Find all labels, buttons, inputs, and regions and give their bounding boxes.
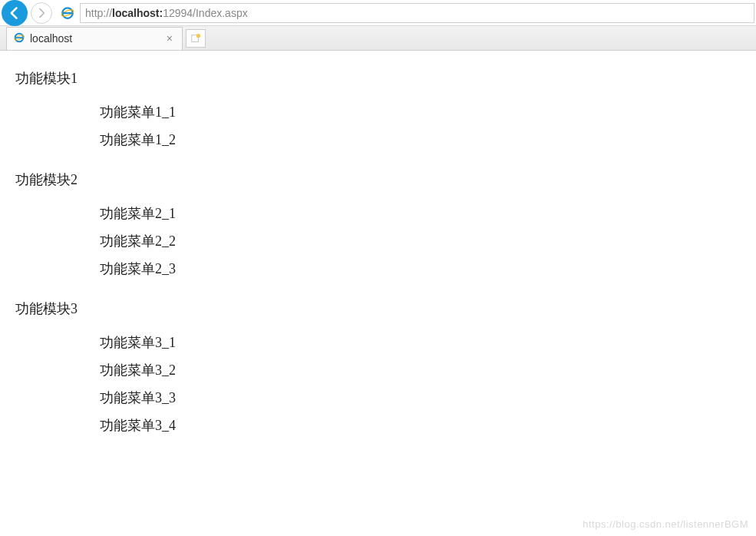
watermark: https://blog.csdn.net/listennerBGM — [583, 518, 748, 530]
arrow-right-icon — [35, 7, 48, 19]
module: 功能模块2功能菜单2_1功能菜单2_2功能菜单2_3 — [15, 170, 741, 278]
browser-nav-bar: http://localhost:12994/Index.aspx — [0, 0, 756, 26]
new-tab-icon — [190, 33, 201, 44]
svg-rect-2 — [62, 12, 73, 13]
menu-list: 功能菜单1_1功能菜单1_2 — [100, 103, 741, 149]
forward-button[interactable] — [31, 2, 52, 24]
module: 功能模块1功能菜单1_1功能菜单1_2 — [15, 69, 741, 149]
module-title: 功能模块2 — [15, 170, 741, 189]
menu-item[interactable]: 功能菜单3_2 — [100, 361, 741, 379]
module-title: 功能模块1 — [15, 69, 741, 88]
menu-list: 功能菜单2_1功能菜单2_2功能菜单2_3 — [100, 204, 741, 278]
menu-item[interactable]: 功能菜单3_1 — [100, 333, 741, 352]
menu-item[interactable]: 功能菜单2_2 — [100, 232, 741, 250]
tab-strip: localhost × — [0, 26, 756, 51]
ie-icon — [13, 31, 25, 46]
menu-item[interactable]: 功能菜单3_3 — [100, 389, 741, 407]
browser-tab[interactable]: localhost × — [6, 27, 183, 50]
url-host: localhost: — [112, 7, 163, 19]
tab-title: localhost — [30, 32, 72, 45]
page-content: 功能模块1功能菜单1_1功能菜单1_2功能模块2功能菜单2_1功能菜单2_2功能… — [0, 51, 756, 475]
address-bar[interactable]: http://localhost:12994/Index.aspx — [80, 3, 754, 23]
back-button[interactable] — [2, 0, 28, 26]
menu-item[interactable]: 功能菜单2_1 — [100, 204, 741, 223]
ie-icon — [60, 5, 75, 21]
menu-item[interactable]: 功能菜单1_2 — [100, 131, 741, 149]
menu-item[interactable]: 功能菜单1_1 — [100, 103, 741, 121]
menu-item[interactable]: 功能菜单3_4 — [100, 416, 741, 435]
svg-point-7 — [196, 33, 200, 37]
module: 功能模块3功能菜单3_1功能菜单3_2功能菜单3_3功能菜单3_4 — [15, 299, 741, 435]
close-tab-button[interactable]: × — [163, 32, 176, 45]
new-tab-button[interactable] — [186, 29, 206, 48]
url-prefix: http:// — [85, 7, 112, 19]
menu-list: 功能菜单3_1功能菜单3_2功能菜单3_3功能菜单3_4 — [100, 333, 741, 435]
menu-item[interactable]: 功能菜单2_3 — [100, 260, 741, 278]
arrow-left-icon — [7, 5, 22, 21]
url-path: 12994/Index.aspx — [163, 7, 248, 19]
svg-rect-5 — [15, 37, 24, 38]
module-title: 功能模块3 — [15, 299, 741, 318]
